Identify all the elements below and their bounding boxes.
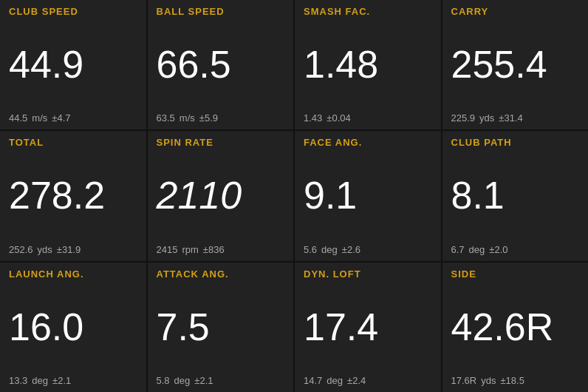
total-margin: ±31.9 bbox=[57, 244, 81, 255]
dyn-loft-unit: deg bbox=[327, 375, 343, 386]
club-speed-value: 44.9 bbox=[9, 18, 137, 111]
dyn-loft-footer: 14.7deg±2.4 bbox=[304, 375, 432, 386]
carry-title: CARRY bbox=[451, 6, 580, 17]
card-ball-speed: BALL SPEED66.563.5m/s±5.9 bbox=[148, 0, 294, 129]
total-unit: yds bbox=[38, 244, 52, 255]
ball-speed-base: 63.5 bbox=[157, 112, 175, 124]
carry-base: 225.9 bbox=[451, 112, 476, 124]
spin-rate-unit: rpm bbox=[182, 244, 198, 255]
total-base: 252.6 bbox=[9, 244, 33, 255]
card-carry: CARRY255.4225.9yds±31.4 bbox=[442, 0, 589, 129]
carry-value: 255.4 bbox=[451, 18, 580, 111]
face-ang-title: FACE ANG. bbox=[304, 137, 432, 148]
club-speed-footer: 44.5m/s±4.7 bbox=[9, 112, 137, 124]
metrics-grid: CLUB SPEED44.944.5m/s±4.7BALL SPEED66.56… bbox=[0, 0, 588, 392]
card-club-speed: CLUB SPEED44.944.5m/s±4.7 bbox=[0, 0, 146, 129]
ball-speed-footer: 63.5m/s±5.9 bbox=[157, 112, 285, 124]
side-base: 17.6R bbox=[451, 375, 477, 386]
side-title: SIDE bbox=[451, 268, 580, 280]
smash-fac-base: 1.43 bbox=[304, 112, 322, 124]
attack-ang-title: ATTACK ANG. bbox=[157, 268, 285, 280]
spin-rate-base: 2415 bbox=[157, 244, 178, 255]
attack-ang-base: 5.8 bbox=[157, 375, 170, 386]
card-launch-ang: LAUNCH ANG.16.013.3deg±2.1 bbox=[0, 263, 146, 392]
ball-speed-margin: ±5.9 bbox=[199, 112, 218, 124]
card-attack-ang: ATTACK ANG.7.55.8deg±2.1 bbox=[148, 263, 294, 392]
club-path-base: 6.7 bbox=[451, 244, 465, 255]
face-ang-footer: 5.6deg±2.6 bbox=[304, 244, 432, 255]
club-speed-margin: ±4.7 bbox=[52, 112, 70, 124]
face-ang-base: 5.6 bbox=[304, 244, 317, 255]
ball-speed-value: 66.5 bbox=[157, 18, 285, 111]
side-unit: yds bbox=[481, 375, 496, 386]
smash-fac-title: SMASH FAC. bbox=[304, 6, 432, 17]
carry-unit: yds bbox=[479, 112, 494, 124]
club-speed-base: 44.5 bbox=[9, 112, 27, 124]
dyn-loft-value: 17.4 bbox=[304, 281, 432, 374]
club-path-footer: 6.7deg±2.0 bbox=[451, 244, 580, 255]
card-dyn-loft: DYN. LOFT17.414.7deg±2.4 bbox=[295, 263, 441, 392]
total-value: 278.2 bbox=[9, 149, 137, 242]
dyn-loft-base: 14.7 bbox=[304, 375, 322, 386]
launch-ang-title: LAUNCH ANG. bbox=[9, 268, 137, 280]
club-path-unit: deg bbox=[469, 244, 485, 255]
card-face-ang: FACE ANG.9.15.6deg±2.6 bbox=[295, 131, 441, 260]
smash-fac-footer: 1.43±0.04 bbox=[304, 112, 432, 124]
face-ang-margin: ±2.6 bbox=[342, 244, 360, 255]
launch-ang-unit: deg bbox=[32, 375, 48, 386]
side-footer: 17.6Ryds±18.5 bbox=[451, 375, 580, 386]
card-smash-fac: SMASH FAC.1.481.43±0.04 bbox=[295, 0, 441, 129]
spin-rate-title: SPIN RATE bbox=[157, 137, 285, 148]
launch-ang-base: 13.3 bbox=[9, 375, 27, 386]
card-spin-rate: SPIN RATE21102415rpm±836 bbox=[148, 131, 294, 260]
smash-fac-value: 1.48 bbox=[304, 18, 432, 111]
dyn-loft-margin: ±2.4 bbox=[347, 375, 366, 386]
club-speed-unit: m/s bbox=[32, 112, 47, 124]
ball-speed-unit: m/s bbox=[180, 112, 195, 124]
launch-ang-margin: ±2.1 bbox=[52, 375, 71, 386]
face-ang-value: 9.1 bbox=[304, 149, 432, 242]
spin-rate-footer: 2415rpm±836 bbox=[157, 244, 285, 255]
club-path-margin: ±2.0 bbox=[489, 244, 507, 255]
attack-ang-unit: deg bbox=[174, 375, 191, 386]
spin-rate-value: 2110 bbox=[157, 149, 285, 242]
carry-footer: 225.9yds±31.4 bbox=[451, 112, 580, 124]
card-club-path: CLUB PATH8.16.7deg±2.0 bbox=[442, 131, 589, 260]
total-footer: 252.6yds±31.9 bbox=[9, 244, 137, 255]
launch-ang-value: 16.0 bbox=[9, 281, 137, 374]
club-speed-title: CLUB SPEED bbox=[9, 6, 137, 17]
attack-ang-margin: ±2.1 bbox=[194, 375, 213, 386]
attack-ang-value: 7.5 bbox=[157, 281, 285, 374]
attack-ang-footer: 5.8deg±2.1 bbox=[157, 375, 285, 386]
card-total: TOTAL278.2252.6yds±31.9 bbox=[0, 131, 146, 260]
club-path-title: CLUB PATH bbox=[451, 137, 580, 148]
carry-margin: ±31.4 bbox=[499, 112, 522, 124]
side-margin: ±18.5 bbox=[500, 375, 524, 386]
side-value: 42.6R bbox=[451, 281, 580, 374]
card-side: SIDE42.6R17.6Ryds±18.5 bbox=[442, 263, 589, 392]
face-ang-unit: deg bbox=[321, 244, 338, 255]
spin-rate-margin: ±836 bbox=[203, 244, 225, 255]
ball-speed-title: BALL SPEED bbox=[157, 6, 285, 17]
launch-ang-footer: 13.3deg±2.1 bbox=[9, 375, 137, 386]
smash-fac-margin: ±0.04 bbox=[327, 112, 350, 124]
club-path-value: 8.1 bbox=[451, 149, 580, 242]
total-title: TOTAL bbox=[9, 137, 137, 148]
dyn-loft-title: DYN. LOFT bbox=[304, 268, 432, 280]
